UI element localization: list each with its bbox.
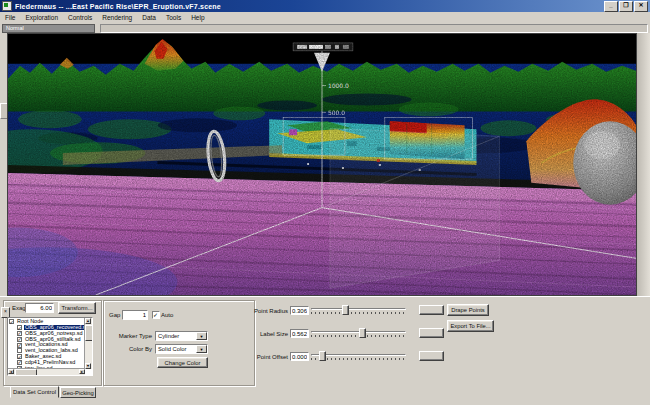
dataset-control-panel: × Exag: Transform... Root Node OBS_apr06… — [0, 296, 650, 405]
point-offset-label: Point Offset — [252, 354, 288, 360]
toolbar-field — [100, 24, 648, 33]
scroll-down-icon[interactable]: ▼ — [85, 363, 91, 369]
menu-item-file[interactable]: File — [0, 12, 20, 23]
maximize-button[interactable]: ❐ — [619, 1, 633, 12]
exag-input[interactable] — [25, 303, 54, 313]
viewport-right-frame — [636, 33, 650, 296]
scene-3d-viewport[interactable]: 1000.0 500.0 — [7, 33, 637, 296]
application-window: Fledermaus -- ...East Pacific Rise\EPR_E… — [0, 0, 650, 405]
checkbox[interactable] — [17, 331, 22, 336]
checkbox[interactable] — [17, 325, 22, 330]
drape-points-button[interactable]: Drape Points — [447, 304, 489, 316]
dataset-tree[interactable]: Root Node OBS_apr06_recovered.sd OBS_apr… — [7, 317, 93, 376]
tree-horizontal-scrollbar[interactable]: ◄ ► — [8, 368, 85, 375]
app-icon — [2, 1, 12, 11]
scroll-thumb[interactable] — [15, 369, 37, 376]
checkbox[interactable] — [17, 337, 22, 342]
label-size-input[interactable] — [290, 329, 309, 338]
title-bar: Fledermaus -- ...East Pacific Rise\EPR_E… — [0, 0, 650, 12]
slider-thumb[interactable] — [359, 328, 366, 338]
menu-item-data[interactable]: Data — [137, 12, 161, 23]
toolbar: Normal — [0, 23, 650, 33]
scroll-right-icon[interactable]: ► — [79, 369, 85, 374]
color-by-label: Color By — [112, 346, 152, 352]
viewport-row: 1000.0 500.0 — [0, 33, 650, 296]
tab-geo-picking[interactable]: Geo-Picking — [60, 387, 96, 398]
tree-vertical-scrollbar[interactable]: ▲ ▼ — [84, 318, 92, 369]
chevron-down-icon[interactable]: ▼ — [196, 332, 207, 340]
checkbox[interactable] — [17, 343, 22, 348]
point-radius-slider[interactable] — [311, 305, 406, 315]
menu-item-rendering[interactable]: Rendering — [97, 12, 137, 23]
export-to-file-button[interactable]: Export To File... — [447, 320, 494, 332]
chevron-down-icon[interactable]: ▼ — [196, 345, 207, 353]
label-size-extra-button — [419, 328, 444, 338]
close-button[interactable]: ✕ — [634, 1, 648, 12]
slider-thumb[interactable] — [319, 351, 326, 361]
label-size-label: Label Size — [252, 331, 288, 337]
gap-label: Gap — [109, 312, 120, 318]
point-offset-input[interactable] — [290, 352, 309, 361]
menu-item-tools[interactable]: Tools — [161, 12, 186, 23]
scene-3d: 1000.0 500.0 — [8, 34, 636, 295]
checkbox[interactable] — [17, 348, 22, 353]
auto-label: Auto — [161, 312, 173, 318]
color-by-value: Solid Color — [158, 346, 186, 352]
label-size-slider[interactable] — [311, 328, 406, 338]
checkbox[interactable] — [17, 360, 22, 365]
dataset-tree-rows: Root Node OBS_apr06_recovered.sd OBS_apr… — [9, 319, 85, 368]
render-mode-box[interactable]: Normal — [2, 24, 95, 33]
checkbox[interactable] — [9, 319, 14, 324]
viewport-left-margin — [0, 33, 7, 296]
transform-button[interactable]: Transform... — [58, 302, 96, 314]
slider-thumb[interactable] — [342, 305, 349, 315]
change-color-button[interactable]: Change Color — [157, 357, 208, 368]
scroll-thumb[interactable] — [85, 325, 93, 341]
point-radius-input[interactable] — [290, 306, 309, 315]
minimize-button[interactable]: _ — [604, 1, 618, 12]
color-by-dropdown[interactable]: Solid Color ▼ — [155, 344, 208, 354]
scroll-left-icon[interactable]: ◄ — [8, 369, 14, 374]
gap-input[interactable] — [122, 310, 148, 320]
auto-checkbox[interactable] — [152, 311, 160, 319]
point-radius-extra-button — [419, 305, 444, 315]
menu-item-help[interactable]: Help — [186, 12, 209, 23]
marker-type-label: Marker Type — [112, 333, 152, 339]
window-title: Fledermaus -- ...East Pacific Rise\EPR_E… — [15, 3, 221, 10]
tab-data-set-control[interactable]: Data Set Control — [10, 386, 59, 398]
marker-type-dropdown[interactable]: Cylinder ▼ — [155, 331, 208, 341]
point-offset-extra-button — [419, 351, 444, 361]
scroll-up-icon[interactable]: ▲ — [85, 318, 91, 324]
checkbox[interactable] — [17, 354, 22, 359]
menu-item-controls[interactable]: Controls — [63, 12, 97, 23]
point-offset-slider[interactable] — [311, 351, 406, 361]
marker-type-value: Cylinder — [158, 333, 179, 339]
menu-item-exploration[interactable]: Exploration — [20, 12, 63, 23]
point-radius-label: Point Radius — [252, 308, 288, 314]
